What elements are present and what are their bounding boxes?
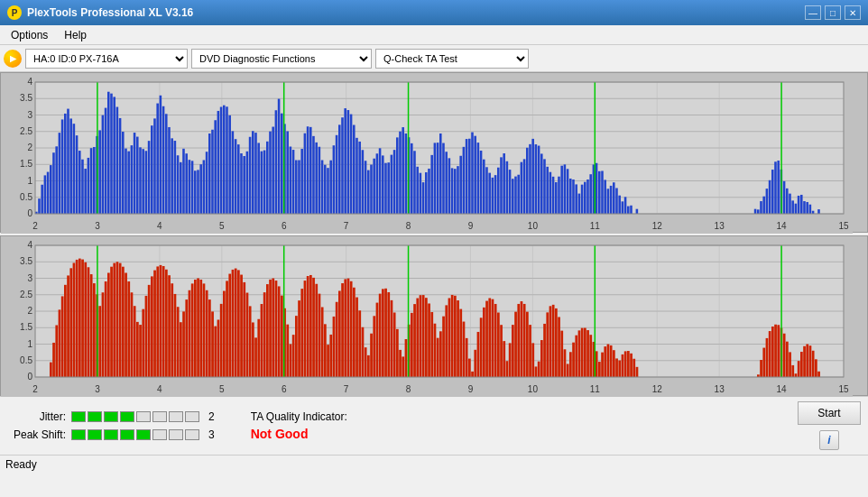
window-title: PlexTools Professional XL V3.16 [27,6,193,19]
meter-segment [104,411,118,422]
app-icon: P [7,5,22,20]
function-select[interactable]: DVD Diagnostic Functions [191,49,372,69]
meter-segment [152,429,167,440]
menu-help[interactable]: Help [57,27,94,43]
meter-segment [104,429,118,440]
meter-segment [120,429,134,440]
meter-segment [152,411,167,422]
meter-segment [185,411,199,422]
peak-shift-value: 3 [208,428,215,441]
window-controls: — □ ✕ [805,5,861,20]
meter-segment [136,429,151,440]
quality-section: TA Quality Indicator: Not Good [251,410,347,441]
meter-segment [71,429,86,440]
bottom-chart [0,235,868,396]
charts-wrapper [0,72,868,396]
meter-segment [169,411,183,422]
peak-shift-bar [71,429,199,440]
meter-segment [88,429,102,440]
meter-segment [136,411,151,422]
quality-indicator-value: Not Good [251,427,347,441]
toolbar: ▶ HA:0 ID:0 PX-716A DVD Diagnostic Funct… [0,45,868,72]
jitter-row: Jitter: 2 [7,410,215,423]
meter-segment [185,429,199,440]
meter-segment [71,411,86,422]
minimize-button[interactable]: — [805,5,821,20]
status-bar: Ready [0,455,868,473]
top-chart [0,72,868,233]
peak-shift-row: Peak Shift: 3 [7,428,215,441]
close-button[interactable]: ✕ [845,5,861,20]
test-select[interactable]: Q-Check TA Test [375,49,529,69]
start-section: Start i [798,401,861,450]
meter-segment [169,429,183,440]
menu-bar: Options Help [0,25,868,45]
info-button[interactable]: i [819,430,839,450]
start-button[interactable]: Start [798,401,861,425]
status-text: Ready [5,458,37,471]
title-bar: P PlexTools Professional XL V3.16 — □ ✕ [0,0,868,25]
maximize-button[interactable]: □ [825,5,841,20]
top-chart-canvas [1,73,853,234]
bottom-chart-canvas [1,236,853,397]
title-bar-left: P PlexTools Professional XL V3.16 [7,5,193,20]
meter-segment [120,411,134,422]
jitter-value: 2 [208,410,215,423]
jitter-bar [71,411,199,422]
meter-section: Jitter: 2 Peak Shift: 3 [7,410,215,441]
quality-indicator-label: TA Quality Indicator: [251,410,347,423]
drive-icon: ▶ [4,50,22,68]
jitter-label: Jitter: [7,410,66,423]
peak-shift-label: Peak Shift: [7,428,66,441]
meter-segment [88,411,102,422]
bottom-panel: Jitter: 2 Peak Shift: 3 TA Quality Indic… [0,396,868,455]
menu-options[interactable]: Options [4,27,55,43]
drive-select[interactable]: HA:0 ID:0 PX-716A [25,49,188,69]
